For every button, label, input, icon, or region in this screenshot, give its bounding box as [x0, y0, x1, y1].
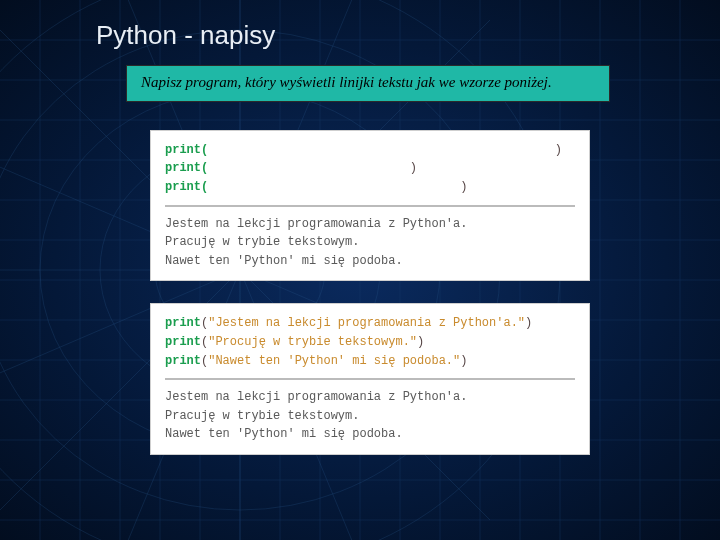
code-block-solution: print("Jestem na lekcji programowania z …: [150, 303, 590, 455]
code-line: print( ): [165, 159, 575, 178]
output-line: Pracuję w trybie tekstowym.: [165, 407, 575, 426]
slide-title: Python - napisy: [96, 20, 630, 51]
output-line: Nawet ten 'Python' mi się podoba.: [165, 425, 575, 444]
code-line: print("Jestem na lekcji programowania z …: [165, 314, 575, 333]
divider: [165, 378, 575, 380]
output-line: Jestem na lekcji programowania z Python'…: [165, 215, 575, 234]
code-block-obscured: print( ) print( ) print( ) Jestem na lek…: [150, 130, 590, 282]
code-line: print( ): [165, 141, 575, 160]
code-line: print("Nawet ten 'Python' mi się podoba.…: [165, 352, 575, 371]
divider: [165, 205, 575, 207]
code-line: print( ): [165, 178, 575, 197]
output-line: Pracuję w trybie tekstowym.: [165, 233, 575, 252]
code-line: print("Procuję w trybie tekstowym."): [165, 333, 575, 352]
output-line: Nawet ten 'Python' mi się podoba.: [165, 252, 575, 271]
output-line: Jestem na lekcji programowania z Python'…: [165, 388, 575, 407]
task-text: Napisz program, który wyświetli linijki …: [141, 73, 595, 92]
task-box: Napisz program, który wyświetli linijki …: [126, 65, 610, 102]
